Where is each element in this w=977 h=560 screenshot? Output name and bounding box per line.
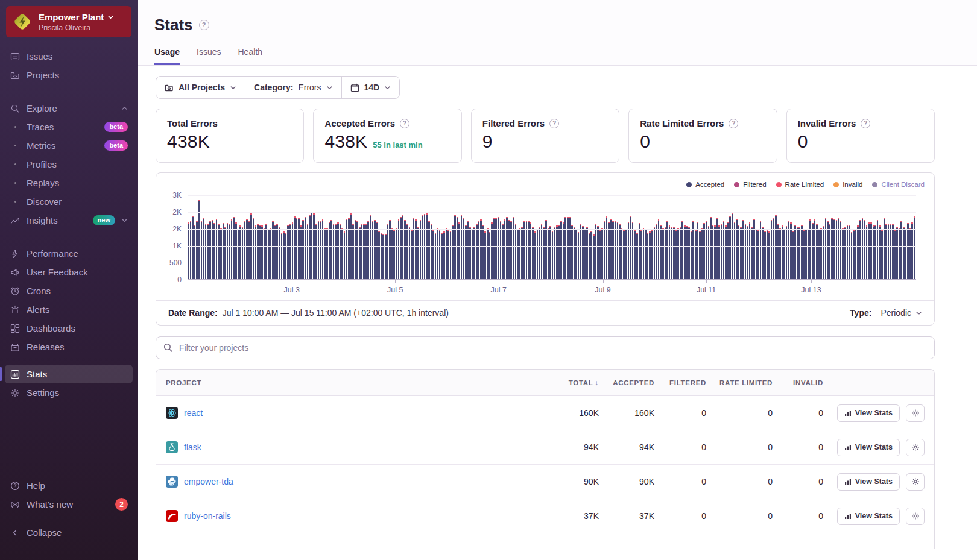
chart-bar [500,221,502,279]
chevron-down-icon [230,84,236,91]
tab-issues[interactable]: Issues [197,47,221,65]
project-settings-button[interactable] [906,473,925,491]
sidebar-item-insights[interactable]: Insightsnew [5,211,133,230]
bar-chart-icon [844,409,852,417]
chart-bar [478,221,480,279]
sidebar-item-profiles[interactable]: Profiles [5,155,133,174]
view-stats-button[interactable]: View Stats [837,508,900,525]
sidebar-item-issues[interactable]: Issues [5,47,133,66]
view-stats-button[interactable]: View Stats [837,473,900,491]
sidebar-item-metrics[interactable]: Metricsbeta [5,136,133,155]
content: All Projects Category: Errors 14D Total … [138,66,977,549]
chart-bar [595,224,597,279]
view-stats-button[interactable]: View Stats [837,404,900,422]
projects-icon [10,71,21,80]
card-help-icon[interactable]: ? [729,119,738,128]
sidebar-item-collapse[interactable]: Collapse [5,523,133,542]
chart-bar [851,232,853,279]
legend-item-accepted[interactable]: Accepted [686,181,724,188]
sidebar-item-settings[interactable]: Settings [5,383,133,402]
sidebar-item-discover[interactable]: Discover [5,192,133,211]
card-help-icon[interactable]: ? [549,119,559,128]
legend-item-invalid[interactable]: Invalid [833,181,862,188]
type-value: Periodic [881,308,911,318]
chart-bar [432,230,434,279]
chart-bar [662,228,664,279]
chart-bar [885,224,887,279]
chart-bar [376,222,378,279]
project-link[interactable]: flask [184,442,201,452]
column-header-accepted[interactable]: ACCEPTED [599,379,654,386]
sidebar-item-releases[interactable]: Releases [5,338,133,356]
tab-health[interactable]: Health [238,47,262,65]
y-axis-label: 0 [156,275,182,284]
card-help-icon[interactable]: ? [400,119,409,128]
sidebar-item-label: Projects [27,70,128,80]
column-header-invalid[interactable]: INVALID [773,379,823,386]
sidebar-item-replays[interactable]: Replays [5,174,133,192]
chart-bar [625,229,627,279]
column-header-filtered[interactable]: FILTERED [654,379,706,386]
sidebar-item-traces[interactable]: Tracesbeta [5,118,133,136]
sidebar-item-crons[interactable]: Crons [5,282,133,300]
sidebar-item-projects[interactable]: Projects [5,66,133,84]
chart-bar [691,231,692,279]
chart-bar [656,224,657,279]
sidebar-item-help[interactable]: Help [5,476,133,495]
chart-bar [238,229,239,279]
notification-count-badge: 2 [115,498,128,511]
legend-dot-icon [686,182,692,187]
legend-item-filtered[interactable]: Filtered [734,181,766,188]
chart-bar [491,222,493,279]
category-filter-dropdown[interactable]: Category: Errors [245,77,341,98]
sidebar-item-user-feedback[interactable]: User Feedback [5,263,133,282]
project-link[interactable]: ruby-on-rails [184,511,231,521]
column-header-total[interactable]: TOTAL↓ [533,379,599,386]
sidebar-item-explore[interactable]: Explore [5,99,133,118]
chart-bar [246,219,248,279]
legend-item-client-discard[interactable]: Client Discard [872,181,925,188]
chart-bar [315,224,317,279]
chart-bar [775,215,777,279]
sidebar-item-stats[interactable]: Stats [5,365,133,383]
chart-bar [582,226,584,279]
project-settings-button[interactable] [906,508,925,525]
sidebar-item-dashboards[interactable]: Dashboards [5,319,133,338]
project-search-input[interactable] [156,336,935,359]
card-value: 0 [640,131,650,152]
column-header-rate-limited[interactable]: RATE LIMITED [706,379,773,386]
card-extra: 55 in last min [373,140,422,149]
chart-bar [261,225,263,279]
sidebar-item-label: User Feedback [27,267,128,277]
date-period-dropdown[interactable]: 14D [341,77,400,98]
chart-bar [809,219,811,279]
column-header-project[interactable]: PROJECT [166,379,533,386]
card-help-icon[interactable]: ? [861,119,870,128]
type-dropdown[interactable]: Type:Periodic [850,308,922,318]
chart-bar [309,215,311,279]
chart-bar [454,215,456,279]
chart-bar [599,230,601,279]
project-filter-dropdown[interactable]: All Projects [156,77,245,98]
sidebar-item-alerts[interactable]: Alerts [5,300,133,319]
sidebar-item-whats-new[interactable]: What's new2 [5,495,133,514]
tab-usage[interactable]: Usage [154,47,180,65]
legend-item-rate-limited[interactable]: Rate Limited [776,181,824,188]
chart-bar [441,233,443,279]
dashboards-icon [10,324,21,333]
chart-bar [589,233,590,279]
card-title: Invalid Errors [798,118,856,128]
project-link[interactable]: react [184,408,203,418]
project-settings-button[interactable] [906,404,925,422]
chart-bar [287,225,289,279]
page-help-icon[interactable]: ? [199,20,209,30]
cell-invalid: 0 [773,442,823,452]
project-settings-button[interactable] [906,439,925,456]
chart-bar [788,221,789,279]
view-stats-button[interactable]: View Stats [837,439,900,456]
chart-bar [558,225,560,279]
chart-bar [905,229,907,279]
project-link[interactable]: empower-tda [184,477,233,486]
sidebar-item-performance[interactable]: Performance [5,244,133,263]
org-switcher[interactable]: Empower Plant Priscila Oliveira [6,6,131,37]
